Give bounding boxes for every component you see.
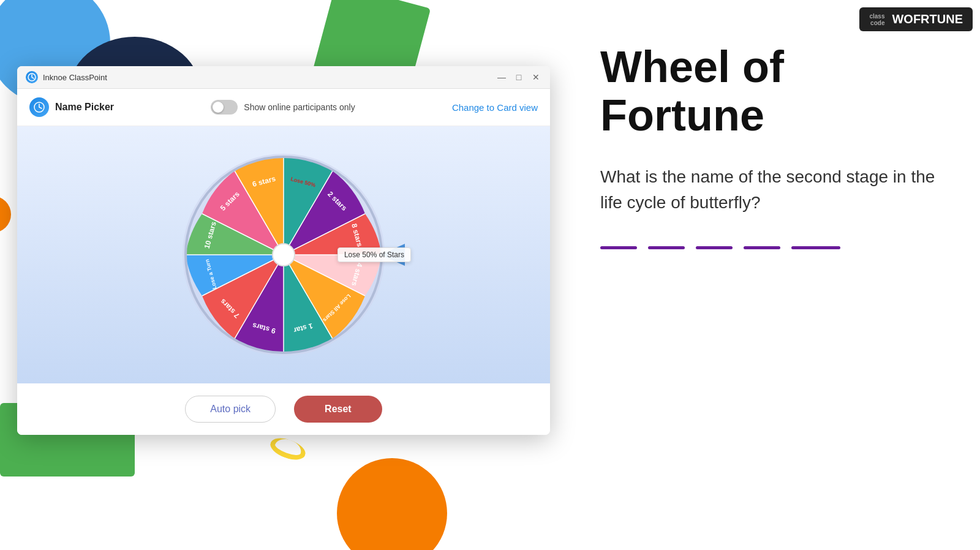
close-button[interactable]: ✕ [530,72,541,83]
app-icon [26,71,38,83]
name-picker-label: Name Picker [55,102,114,113]
bg-circle-orange [0,196,11,233]
dot-3 [696,246,733,249]
divider-dots [600,246,943,249]
dot-4 [744,246,780,249]
titlebar-controls: — □ ✕ [496,72,541,83]
bg-squiggle-yellow [268,434,309,464]
toggle-switch[interactable] [211,100,238,115]
name-picker-bar: Name Picker Show online participants onl… [17,89,550,126]
svg-point-27 [273,244,295,266]
toggle-area: Show online participants only [211,100,355,115]
dot-2 [648,246,685,249]
titlebar-left: Inknoe ClassPoint [26,71,107,83]
right-panel: class code WOFRTUNE Wheel of Fortune Wha… [551,0,980,550]
page-title: Wheel of Fortune [600,43,943,140]
wheel-svg-wrapper: 10 stars 5 stars 6 stars Lose 50% 2 star… [179,151,388,359]
toggle-knob [213,102,224,113]
card-view-link[interactable]: Change to Card view [452,102,538,113]
minimize-button[interactable]: — [496,72,507,83]
question-text: What is the name of the second stage in … [600,164,943,216]
code-label: code [870,20,884,26]
class-code-value: WOFRTUNE [892,12,963,26]
auto-pick-button[interactable]: Auto pick [185,396,276,423]
bg-circle-orange2 [337,458,447,550]
maximize-button[interactable]: □ [513,72,524,83]
class-label: class [869,13,884,20]
active-segment-label: Lose 50% of Stars [337,247,411,262]
toggle-label: Show online participants only [244,102,355,112]
titlebar-title: Inknoe ClassPoint [43,73,107,82]
window-titlebar: Inknoe ClassPoint — □ ✕ [17,66,550,89]
dialog-footer: Auto pick Reset [17,383,550,435]
reset-button[interactable]: Reset [294,396,382,423]
dot-5 [791,246,840,249]
window-dialog: Inknoe ClassPoint — □ ✕ Name Picker Show… [17,66,550,435]
dot-1 [600,246,637,249]
name-picker-icon [29,97,49,117]
wheel-container: 10 stars 5 stars 6 stars Lose 50% 2 star… [17,126,550,383]
name-picker-left: Name Picker [29,97,114,117]
class-code-badge: class code WOFRTUNE [859,7,973,31]
